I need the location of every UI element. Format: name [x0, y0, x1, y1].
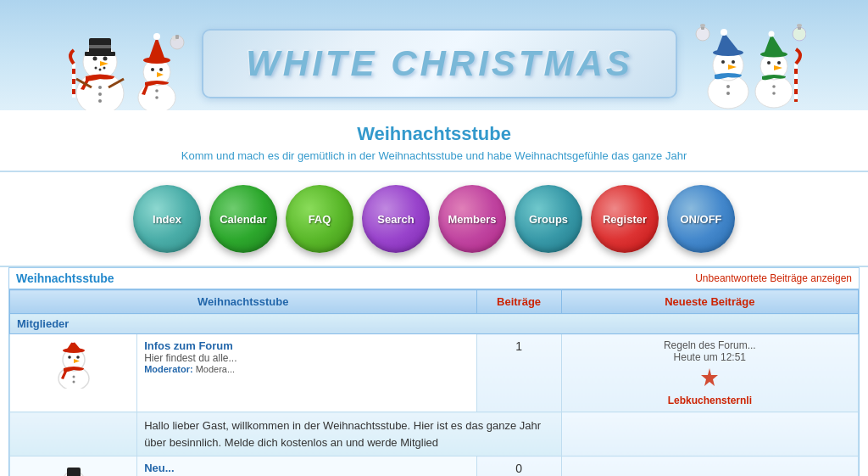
forum-icon-cell-2	[10, 456, 137, 477]
nav-index-button[interactable]: Index	[133, 185, 201, 253]
forum-info-title-2[interactable]: Neu...	[144, 462, 469, 474]
svg-point-10	[103, 67, 106, 70]
snowman-right-2	[747, 17, 806, 110]
svg-point-64	[68, 356, 71, 359]
forum-info-cell-1: Infos zum Forum Hier findest du alle... …	[137, 334, 476, 412]
snowman-right-1	[694, 17, 754, 110]
forum-count-2: 0	[476, 456, 561, 477]
forum-main-title: Weihnachtsstube	[0, 123, 868, 145]
forum-row-2: Neu... Alles... 0	[10, 456, 859, 477]
nav-faq-button[interactable]: FAQ	[286, 185, 353, 253]
nav-calendar-button[interactable]: Calendar	[209, 185, 277, 253]
svg-point-65	[76, 356, 80, 359]
nav-search-button[interactable]: Search	[362, 185, 430, 253]
svg-point-68	[72, 381, 75, 384]
main-content: Weihnachtsstube Komm und mach es dir gem…	[0, 110, 868, 476]
svg-point-40	[732, 60, 735, 64]
title-banner: WHITE CHRISTMAS	[168, 25, 711, 103]
svg-point-24	[159, 68, 163, 71]
unread-posts-link[interactable]: Unbeantwortete Beiträge anzeigen	[695, 272, 852, 284]
th-beitraege: Beiträge	[476, 290, 561, 314]
snowman-left-group	[62, 13, 185, 110]
svg-point-26	[155, 89, 159, 92]
svg-rect-30	[175, 35, 179, 39]
nav-members-button[interactable]: Members	[438, 185, 506, 253]
forum-sub-header-row: Mitglieder	[10, 314, 859, 334]
th-neueste: Neueste Beiträge	[561, 290, 858, 314]
svg-point-13	[98, 99, 102, 103]
site-title: WHITE CHRISTMAS	[246, 43, 633, 83]
svg-point-5	[93, 57, 97, 61]
svg-point-39	[721, 60, 725, 64]
forum-info-desc-1: Hier findest du alle...	[144, 352, 469, 364]
svg-point-11	[98, 86, 102, 89]
forum-info-cell-2: Neu... Alles...	[137, 456, 476, 477]
svg-point-27	[155, 96, 159, 99]
last-post-title-1[interactable]: Regeln des Forum...	[569, 339, 851, 351]
svg-point-9	[99, 69, 102, 71]
svg-point-42	[726, 85, 730, 88]
svg-marker-37	[716, 32, 740, 53]
forum-title-section: Weihnachtsstube Komm und mach es dir gem…	[0, 110, 868, 171]
forum-table: Weihnachtsstube Beiträge Neueste Beiträg…	[9, 289, 859, 476]
svg-point-67	[72, 376, 75, 378]
svg-point-38	[721, 29, 727, 36]
svg-point-12	[98, 92, 102, 96]
snowman-left-1	[62, 13, 138, 110]
xmas-deco-icon	[697, 367, 722, 392]
last-post-time-1: Heute um 12:51	[569, 351, 851, 363]
forum-neueste-2	[561, 456, 858, 477]
svg-point-55	[772, 85, 776, 88]
forum-welcome-text: Hallo lieber Gast, willkommen in der Wei…	[144, 417, 554, 451]
nav-groups-button[interactable]: Groups	[515, 185, 582, 253]
forum-table-header-row: Weihnachtsstube Beiträge Neueste Beiträg…	[10, 290, 859, 314]
forum-info-title-1[interactable]: Infos zum Forum	[144, 339, 469, 352]
svg-rect-72	[67, 468, 81, 476]
forum-section: Weihnachtsstube Unbeantwortete Beiträge …	[8, 267, 860, 476]
svg-rect-3	[85, 52, 115, 56]
svg-point-56	[772, 92, 776, 95]
svg-point-53	[777, 61, 781, 64]
svg-point-51	[768, 31, 774, 37]
forum-snowman-icon-1	[53, 339, 95, 389]
header: WHITE CHRISTMAS	[0, 0, 868, 110]
svg-point-33	[700, 24, 705, 27]
svg-point-46	[797, 24, 802, 27]
svg-marker-69	[701, 368, 718, 386]
forum-info-mod-1: Moderator: Modera...	[144, 364, 469, 374]
forum-icon-cell-1	[10, 334, 137, 412]
snowman-left-2	[130, 30, 185, 110]
th-forum: Weihnachtsstube	[10, 290, 477, 314]
forum-header-bar: Weihnachtsstube Unbeantwortete Beiträge …	[9, 268, 859, 289]
forum-subtitle: Komm und mach es dir gemütlich in der We…	[0, 145, 868, 166]
forum-section-title: Weihnachtsstube	[16, 272, 114, 285]
svg-marker-21	[148, 36, 165, 60]
last-post-user-1[interactable]: Lebkuchensternli	[569, 395, 851, 406]
svg-point-22	[153, 33, 160, 40]
svg-point-52	[767, 61, 771, 64]
svg-point-47	[755, 76, 793, 108]
forum-desc-cell: Hallo lieber Gast, willkommen in der Wei…	[137, 412, 561, 456]
nav-area: Index Calendar FAQ Search Members Groups…	[0, 171, 868, 267]
snowman-right-group	[694, 17, 806, 110]
forum-snowman-icon-2	[53, 462, 95, 476]
nav-onoff-button[interactable]: ON/OFF	[667, 185, 735, 253]
nav-register-button[interactable]: Register	[591, 185, 659, 253]
forum-neueste-1: Regeln des Forum... Heute um 12:51 Lebku…	[561, 334, 858, 412]
forum-count-1: 1	[476, 334, 561, 412]
forum-welcome-row: Hallo lieber Gast, willkommen in der Wei…	[10, 412, 859, 456]
nav-buttons: Index Calendar FAQ Search Members Groups…	[0, 172, 868, 266]
forum-row-1: Infos zum Forum Hier findest du alle... …	[10, 334, 859, 412]
svg-point-43	[726, 92, 730, 95]
svg-point-6	[103, 57, 108, 61]
forum-sub-header-cell: Mitglieder	[10, 314, 859, 334]
svg-marker-50	[764, 34, 784, 54]
svg-point-63	[70, 339, 75, 343]
svg-point-8	[95, 67, 97, 70]
svg-point-23	[151, 68, 154, 71]
svg-rect-4	[89, 45, 111, 48]
